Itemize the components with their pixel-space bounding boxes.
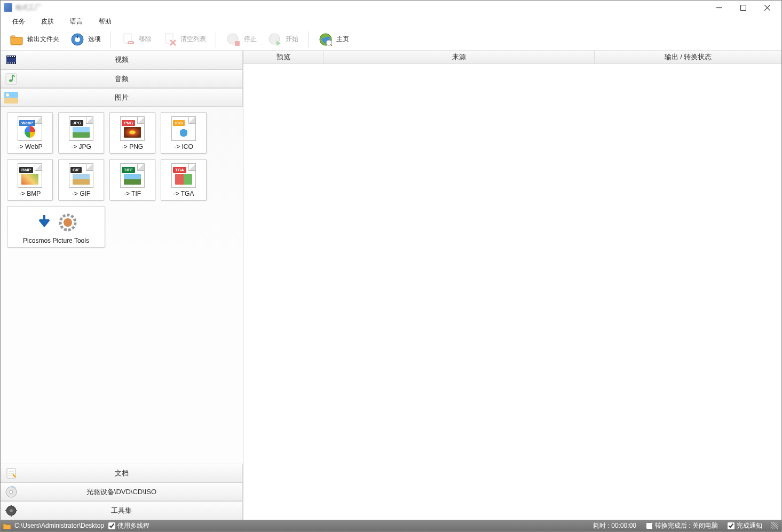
maximize-button[interactable] [731, 1, 755, 14]
image-format-grid: WebP -> WebP JPG -> JPG PNG -> PNG [1, 107, 243, 253]
category-image[interactable]: 图片 [1, 88, 243, 107]
category-disc[interactable]: 光驱设备\DVD\CD\ISO [1, 482, 243, 501]
svg-rect-1 [741, 5, 746, 10]
music-note-icon [4, 72, 18, 86]
svg-rect-24 [12, 56, 13, 57]
picosmos-label: Picosmos Picture Tools [23, 237, 89, 244]
menubar: 任务 皮肤 语言 帮助 [1, 14, 781, 28]
file-jpg-icon: JPG [69, 116, 93, 141]
format-label: -> GIF [72, 190, 90, 197]
file-webp-icon: WebP [18, 116, 42, 141]
elapsed-time: 00:00:00 [611, 522, 636, 529]
format-jpg[interactable]: JPG -> JPG [58, 112, 104, 154]
svg-rect-47 [11, 514, 12, 517]
column-source[interactable]: 来源 [323, 51, 595, 63]
start-button: 开始 [263, 30, 303, 49]
category-video[interactable]: 视频 [1, 51, 243, 69]
output-path[interactable]: C:\Users\Administrator\Desktop [14, 522, 104, 529]
film-icon [4, 53, 18, 67]
picosmos-tools[interactable]: Picosmos Picture Tools [7, 206, 105, 248]
format-webp[interactable]: WebP -> WebP [7, 112, 53, 154]
file-gif-icon: GIF [69, 163, 93, 188]
format-label: -> ICO [174, 143, 193, 150]
output-folder-label: 输出文件夹 [27, 35, 59, 44]
close-button[interactable] [755, 1, 779, 14]
category-tools-label: 工具集 [22, 506, 242, 515]
output-folder-button[interactable]: 输出文件夹 [5, 30, 64, 49]
svg-rect-26 [7, 62, 9, 63]
format-label: -> WebP [18, 143, 43, 150]
app-title: 格式工厂 [15, 3, 41, 12]
menu-skin[interactable]: 皮肤 [37, 15, 58, 28]
notify-check[interactable]: 完成通知 [723, 521, 762, 530]
gear-icon [70, 32, 85, 47]
format-png[interactable]: PNG -> PNG [109, 112, 155, 154]
options-label: 选项 [88, 35, 101, 44]
format-tga[interactable]: TGA -> TGA [161, 159, 207, 201]
start-label: 开始 [286, 35, 298, 44]
multithread-check[interactable]: 使用多线程 [104, 521, 149, 530]
svg-rect-46 [11, 505, 12, 507]
file-tif-icon: TIFF [120, 163, 145, 188]
shutdown-label: 转换完成后 : 关闭电脑 [655, 521, 718, 530]
sidebar: 视频 音频 图片 WebP -> WebP [1, 51, 243, 520]
svg-rect-49 [15, 510, 17, 511]
titlebar: 格式工厂 [1, 1, 781, 14]
format-label: -> TIF [124, 190, 141, 197]
file-tga-icon: TGA [171, 163, 196, 188]
app-icon [4, 3, 12, 12]
stop-label: 停止 [244, 35, 257, 44]
folder-small-icon[interactable] [3, 521, 11, 530]
category-video-label: 视频 [22, 55, 242, 65]
format-ico[interactable]: ICO -> ICO [161, 112, 207, 154]
file-png-icon: PNG [120, 116, 145, 141]
column-status[interactable]: 输出 / 转换状态 [595, 51, 781, 63]
svg-rect-29 [14, 62, 15, 63]
menu-task[interactable]: 任务 [8, 15, 29, 28]
resize-grip[interactable] [771, 522, 778, 529]
svg-rect-34 [4, 98, 18, 104]
format-tif[interactable]: TIFF -> TIF [109, 159, 155, 201]
arrow-down-icon [35, 213, 54, 232]
format-label: -> PNG [122, 143, 143, 150]
category-audio[interactable]: 音频 [1, 69, 243, 88]
remove-button: 移除 [116, 30, 156, 49]
category-document[interactable]: 文档 [1, 464, 243, 482]
file-bmp-icon: BMP [18, 163, 42, 188]
column-preview[interactable]: 预览 [243, 51, 323, 63]
category-disc-label: 光驱设备\DVD\CD\ISO [22, 487, 242, 497]
menu-help[interactable]: 帮助 [94, 15, 116, 28]
document-x-icon [162, 32, 177, 47]
category-tools[interactable]: 工具集 [1, 501, 243, 520]
stop-icon [226, 32, 241, 47]
home-button[interactable]: 主页 [314, 30, 353, 49]
format-bmp[interactable]: BMP -> BMP [7, 159, 53, 201]
stop-button: 停止 [222, 30, 261, 49]
svg-rect-30 [6, 74, 17, 84]
multithread-checkbox[interactable] [108, 522, 115, 529]
globe-icon [318, 32, 333, 47]
elapsed-label: 耗时 : [593, 522, 611, 529]
shutdown-checkbox[interactable] [646, 522, 653, 529]
elapsed-block: 耗时 : 00:00:00 [593, 521, 636, 530]
notify-checkbox[interactable] [728, 522, 734, 529]
minimize-button[interactable] [707, 1, 731, 14]
gear-colorful-icon [58, 213, 77, 232]
file-list-area[interactable] [243, 64, 781, 520]
svg-point-37 [64, 218, 72, 227]
svg-rect-4 [11, 36, 15, 37]
category-document-label: 文档 [22, 469, 242, 478]
home-label: 主页 [336, 35, 349, 44]
svg-rect-25 [14, 56, 15, 57]
separator [308, 31, 309, 47]
separator [110, 31, 111, 47]
options-button[interactable]: 选项 [66, 30, 105, 49]
shutdown-check[interactable]: 转换完成后 : 关闭电脑 [642, 521, 718, 530]
svg-point-31 [9, 79, 12, 81]
svg-point-35 [6, 93, 9, 97]
format-label: -> JPG [71, 143, 91, 150]
svg-rect-23 [10, 56, 11, 57]
svg-rect-9 [129, 42, 132, 43]
format-gif[interactable]: GIF -> GIF [58, 159, 104, 201]
menu-language[interactable]: 语言 [66, 15, 87, 28]
